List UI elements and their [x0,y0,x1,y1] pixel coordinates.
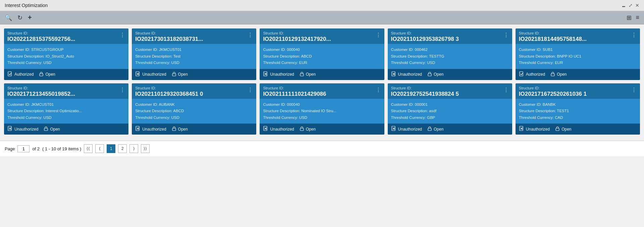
customer-id-1: Customer ID: JKMCUST01 [135,47,253,53]
open-status-label-3: Open [434,72,443,77]
card-details-1: Customer ID: JKMCUST01 Structure Descrip… [132,44,256,69]
page-label: Page [5,146,15,151]
lock-icon-3 [427,72,432,77]
threshold-currency-5: Threshold Currency: USD [7,115,125,121]
svg-rect-35 [556,128,559,131]
lock-icon-6 [172,126,176,132]
prev-page-button[interactable]: ⟨ [95,144,104,153]
card-header-7: Structure ID: IO202111111021429086 ⋮ [260,83,384,99]
card-menu-icon-7[interactable]: ⋮ [376,87,381,93]
card-menu-icon-1[interactable]: ⋮ [248,32,253,38]
structure-id-label-2: Structure ID: [263,31,374,35]
auth-status-label-9: Unauthorized [526,127,550,132]
structure-id-label-7: Structure ID: [263,86,374,90]
card-2[interactable]: Structure ID: IO202110129132417920... ⋮ … [260,28,384,80]
card-menu-icon-0[interactable]: ⋮ [120,32,125,38]
structure-id-value-4: IO202181814495758148... [519,36,630,43]
open-status-badge-2: Open [300,72,316,77]
next-page-button[interactable]: ⟩ [129,144,138,153]
auth-icon-2 [263,71,268,78]
card-details-4: Customer ID: SUB1 Structure Description:… [516,44,640,69]
card-menu-icon-4[interactable]: ⋮ [631,32,637,38]
auth-icon-8 [391,126,396,132]
card-9[interactable]: Structure ID: IO202171672520261036 1 ⋮ C… [516,83,640,135]
card-details-9: Customer ID: BANBK Structure Description… [516,99,640,124]
card-menu-icon-2[interactable]: ⋮ [376,32,381,38]
auth-status-label-4: Authorized [526,72,545,77]
structure-desc-6: Structure Description: ABCD [135,108,253,115]
card-menu-icon-3[interactable]: ⋮ [503,32,509,38]
page-number-input[interactable] [17,145,30,152]
structure-desc-3: Structure Description: TESTTG [391,53,509,60]
auth-status-label-8: Unauthorized [398,127,422,132]
svg-rect-1 [40,74,43,76]
customer-id-4: Customer ID: SUB1 [519,47,637,53]
menu-icon[interactable]: ≡ [636,14,639,21]
structure-desc-4: Structure Description: BNPP IO UC1 [519,53,637,60]
grid-view-icon[interactable]: ⊞ [627,14,632,21]
card-7[interactable]: Structure ID: IO202111111021429086 ⋮ Cus… [260,83,384,135]
structure-id-label-9: Structure ID: [519,86,630,90]
svg-rect-23 [172,128,176,131]
search-icon[interactable]: 🔍 [5,14,12,21]
open-status-label-5: Open [50,127,60,132]
threshold-currency-3: Threshold Currency: USD [391,60,509,66]
structure-id-label-0: Structure ID: [7,31,118,35]
card-menu-icon-8[interactable]: ⋮ [503,87,509,93]
minimize-button[interactable]: 🗕 [621,3,626,8]
card-details-3: Customer ID: 000462 Structure Descriptio… [388,44,512,69]
card-5[interactable]: Structure ID: IO202171213455019852... ⋮ … [4,83,128,135]
lock-icon-8 [427,126,432,132]
refresh-icon[interactable]: ↻ [17,14,22,21]
threshold-currency-9: Threshold Currency: CAD [519,115,637,121]
card-0[interactable]: Structure ID: IO202212815375592756... ⋮ … [4,28,128,80]
card-menu-icon-5[interactable]: ⋮ [120,87,125,93]
auth-status-badge-3: Unauthorized [391,71,422,78]
auth-status-label-7: Unauthorized [270,127,294,132]
card-header-2: Structure ID: IO202110129132417920... ⋮ [260,28,384,44]
card-1[interactable]: Structure ID: IO202173013182038731... ⋮ … [132,28,256,80]
first-page-button[interactable]: ⟨⟨ [84,144,93,153]
card-details-5: Customer ID: JKMCUST01 Structure Descrip… [4,99,128,124]
cards-grid: Structure ID: IO202212815375592756... ⋮ … [4,28,640,135]
card-menu-icon-9[interactable]: ⋮ [631,87,637,93]
card-footer-9: Unauthorized Open [516,124,640,135]
card-8[interactable]: Structure ID: IO202192752541938824 5 ⋮ C… [388,83,512,135]
last-page-button[interactable]: ⟩⟩ [141,144,150,153]
card-details-6: Customer ID: AUBANK Structure Descriptio… [132,99,256,124]
card-header-8: Structure ID: IO202192752541938824 5 ⋮ [388,83,512,99]
structure-id-label-6: Structure ID: [135,86,246,90]
open-status-label-6: Open [178,127,188,132]
structure-id-value-5: IO202171213455019852... [7,91,118,97]
card-6[interactable]: Structure ID: IO202110129320368451 0 ⋮ C… [132,83,256,135]
add-icon[interactable]: + [28,14,32,21]
threshold-currency-4: Threshold Currency: EUR [519,60,637,66]
structure-id-label-4: Structure ID: [519,31,630,35]
page-1-button[interactable]: 1 [107,144,115,153]
structure-id-label-1: Structure ID: [135,31,246,35]
auth-status-badge-8: Unauthorized [391,126,422,132]
auth-icon-5 [7,126,13,132]
svg-rect-31 [428,128,431,131]
card-header-5: Structure ID: IO202171213455019852... ⋮ [4,83,128,99]
structure-desc-9: Structure Description: TEST1 [519,108,637,115]
auth-status-badge-2: Unauthorized [263,71,294,78]
card-4[interactable]: Structure ID: IO202181814495758148... ⋮ … [516,28,640,80]
threshold-currency-6: Threshold Currency: USD [135,115,253,121]
close-button[interactable]: ✕ [635,3,639,8]
title-bar: Interest Optimization 🗕 ⤢ ✕ [0,0,644,11]
open-status-badge-6: Open [172,126,188,132]
card-header-0: Structure ID: IO202212815375592756... ⋮ [4,28,128,44]
card-header-6: Structure ID: IO202110129320368451 0 ⋮ [132,83,256,99]
card-menu-icon-6[interactable]: ⋮ [248,87,253,93]
svg-rect-9 [300,74,304,76]
structure-id-value-8: IO202192752541938824 5 [391,91,502,97]
svg-rect-13 [428,74,431,76]
open-status-badge-9: Open [555,126,571,132]
customer-id-3: Customer ID: 000462 [391,47,509,53]
lock-icon-5 [44,126,48,132]
structure-id-value-0: IO202212815375592756... [7,36,118,43]
card-3[interactable]: Structure ID: IO202110129353826798 3 ⋮ C… [388,28,512,80]
page-2-button[interactable]: 2 [118,144,127,153]
maximize-button[interactable]: ⤢ [629,3,633,8]
